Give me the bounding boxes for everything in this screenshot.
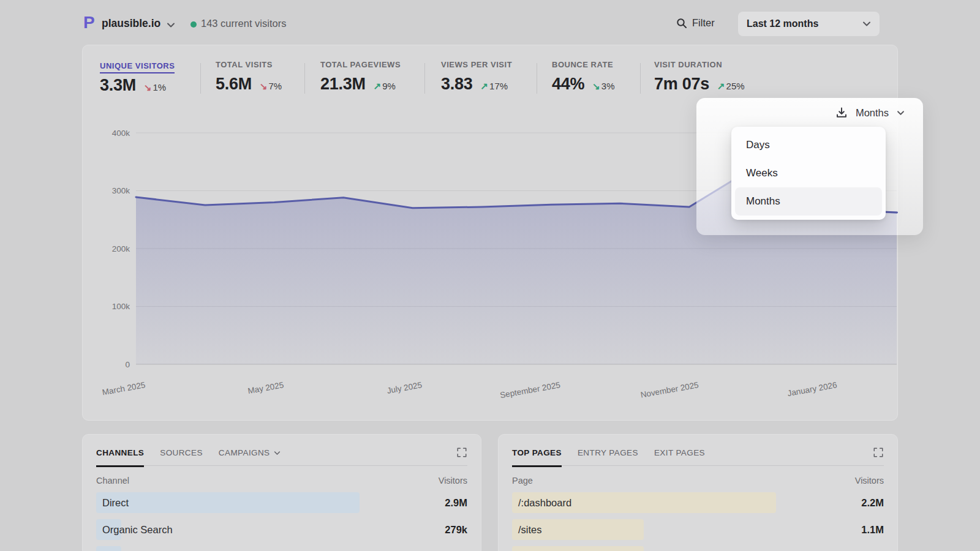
stat-label: TOTAL VISITS (216, 60, 282, 69)
column-header-page: Page (512, 476, 533, 485)
filter-button[interactable]: Filter (676, 17, 715, 29)
channels-list: Direct 2.9M Organic Search 279k (96, 492, 467, 551)
plausible-logo-icon: P (83, 13, 95, 32)
stat-value: 3.83 (441, 75, 472, 94)
pages-list: /:dashboard 2.2M /sites 1.1M (512, 492, 884, 551)
top-bar: P plausible.io 143 current visitors Filt… (82, 0, 898, 44)
stat-label: UNIQUE VISITORS (100, 61, 175, 73)
download-icon[interactable] (835, 107, 848, 119)
svg-text:400k: 400k (112, 129, 130, 138)
stat-value: 44% (552, 75, 584, 94)
stat-value: 7m 07s (654, 75, 709, 94)
chevron-down-icon (862, 21, 871, 27)
trend-arrow-icon: ↘ (260, 81, 268, 91)
interval-dropdown-menu: Days Weeks Months (731, 127, 886, 220)
svg-text:0: 0 (125, 360, 130, 369)
row-bar (512, 546, 644, 551)
row-bar (96, 546, 121, 551)
chevron-down-icon[interactable] (167, 22, 175, 28)
column-headers: Channel Visitors (96, 476, 467, 485)
stat-change: ↘7% (260, 81, 282, 92)
divider (304, 63, 305, 94)
svg-text:November 2025: November 2025 (640, 380, 699, 399)
stat-value: 5.6M (216, 75, 252, 94)
stat-change: ↗25% (717, 81, 745, 92)
stat-change: ↘1% (144, 82, 166, 93)
interval-dropdown-button[interactable]: Months (835, 107, 905, 119)
live-visitors-dot-icon (190, 21, 197, 28)
pages-panel: TOP PAGES ENTRY PAGES EXIT PAGES Page Vi… (498, 434, 898, 551)
stat-change: ↗17% (480, 81, 508, 92)
trend-arrow-icon: ↘ (144, 82, 152, 92)
filter-label: Filter (692, 17, 715, 29)
stat-label: VISIT DURATION (654, 60, 745, 69)
svg-text:March 2025: March 2025 (102, 380, 146, 397)
column-headers: Page Visitors (512, 476, 884, 485)
trend-arrow-icon: ↗ (717, 81, 725, 91)
tab-exit-pages[interactable]: EXIT PAGES (654, 448, 705, 457)
pages-tabs: TOP PAGES ENTRY PAGES EXIT PAGES (512, 435, 884, 466)
row-bar (96, 492, 360, 513)
menu-item-days[interactable]: Days (735, 131, 882, 159)
divider (640, 63, 641, 94)
chevron-down-icon (274, 451, 281, 455)
date-range-value: Last 12 months (747, 18, 862, 29)
chevron-down-icon (897, 110, 905, 116)
svg-text:300k: 300k (112, 186, 130, 195)
svg-text:May 2025: May 2025 (247, 380, 284, 395)
date-range-selector[interactable]: Last 12 months (738, 12, 880, 36)
svg-text:100k: 100k (112, 302, 130, 311)
interval-selected-label: Months (856, 107, 889, 119)
stat-value: 21.3M (320, 75, 366, 94)
expand-icon[interactable] (873, 447, 884, 458)
stat-total-visits[interactable]: TOTAL VISITS 5.6M ↘7% (216, 60, 282, 94)
stat-label: TOTAL PAGEVIEWS (320, 60, 401, 69)
table-row[interactable]: /sites 1.1M (512, 519, 884, 540)
stat-label: VIEWS PER VISIT (441, 60, 512, 69)
trend-arrow-icon: ↗ (480, 81, 488, 91)
stat-total-pageviews[interactable]: TOTAL PAGEVIEWS 21.3M ↗9% (320, 60, 401, 94)
divider (200, 63, 201, 94)
divider (424, 63, 425, 94)
menu-item-weeks[interactable]: Weeks (735, 159, 882, 187)
channels-panel: CHANNELS SOURCES CAMPAIGNS Channel Visit… (82, 434, 481, 551)
trend-arrow-icon: ↘ (592, 81, 600, 91)
table-row[interactable]: Direct 2.9M (96, 492, 467, 513)
stat-views-per-visit[interactable]: VIEWS PER VISIT 3.83 ↗17% (441, 60, 512, 94)
tab-channels[interactable]: CHANNELS (96, 448, 144, 457)
tab-sources[interactable]: SOURCES (160, 448, 203, 457)
trend-arrow-icon: ↗ (374, 81, 382, 91)
current-visitors-label[interactable]: 143 current visitors (201, 18, 286, 29)
stat-bounce-rate[interactable]: BOUNCE RATE 44% ↘3% (552, 60, 615, 94)
menu-item-months[interactable]: Months (735, 187, 882, 216)
stat-change: ↘3% (592, 81, 614, 92)
table-row[interactable] (512, 546, 884, 551)
expand-icon[interactable] (456, 447, 467, 458)
tab-top-pages[interactable]: TOP PAGES (512, 448, 562, 457)
column-header-channel: Channel (96, 476, 129, 485)
svg-text:July 2025: July 2025 (386, 380, 423, 395)
table-row[interactable] (96, 546, 467, 551)
stat-unique-visitors[interactable]: UNIQUE VISITORS 3.3M ↘1% (100, 60, 175, 95)
tab-campaigns[interactable]: CAMPAIGNS (219, 448, 281, 457)
stat-change: ↗9% (374, 81, 396, 92)
stat-value: 3.3M (100, 76, 136, 95)
svg-text:200k: 200k (112, 244, 130, 253)
column-header-visitors: Visitors (855, 476, 884, 485)
dashboard-page: P plausible.io 143 current visitors Filt… (82, 0, 898, 551)
channels-tabs: CHANNELS SOURCES CAMPAIGNS (96, 435, 467, 466)
divider (537, 63, 537, 94)
svg-text:January 2026: January 2026 (786, 380, 837, 398)
stat-label: BOUNCE RATE (552, 60, 615, 69)
svg-text:September 2025: September 2025 (499, 380, 561, 400)
column-header-visitors: Visitors (439, 476, 467, 485)
search-icon (676, 18, 687, 29)
stat-visit-duration[interactable]: VISIT DURATION 7m 07s ↗25% (654, 60, 745, 94)
table-row[interactable]: /:dashboard 2.2M (512, 492, 884, 513)
tab-entry-pages[interactable]: ENTRY PAGES (578, 448, 638, 457)
site-name[interactable]: plausible.io (102, 17, 160, 30)
table-row[interactable]: Organic Search 279k (96, 519, 467, 540)
